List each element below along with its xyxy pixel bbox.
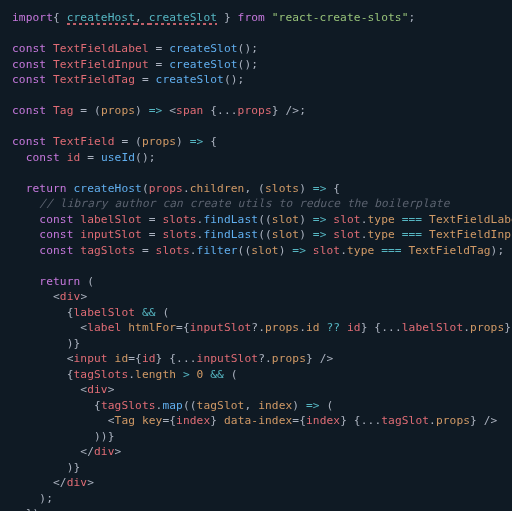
code-line: <input id={id} {...inputSlot?.props} /> (12, 352, 333, 365)
code-line: const inputSlot = slots.findLast((slot) … (12, 228, 512, 241)
code-line: const id = useId(); (12, 151, 156, 164)
code-line: const tagSlots = slots.filter((slot) => … (12, 244, 504, 257)
code-line: const TextFieldLabel = createSlot(); (12, 42, 258, 55)
code-line: }); (12, 507, 46, 511)
code-line: const TextField = (props) => { (12, 135, 217, 148)
code-line: const labelSlot = slots.findLast((slot) … (12, 213, 512, 226)
code-line: {tagSlots.map((tagSlot, index) => ( (12, 399, 333, 412)
code-line: {labelSlot && ( (12, 306, 169, 319)
code-line: return createHost(props.children, (slots… (12, 182, 340, 195)
import-underline: createHost (67, 11, 135, 24)
code-line: {tagSlots.length > 0 && ( (12, 368, 238, 381)
code-line: ))} (12, 430, 115, 443)
code-line: </div> (12, 445, 121, 458)
code-line: <Tag key={index} data-index={index} {...… (12, 414, 497, 427)
code-line: import{ createHost, createSlot } from "r… (12, 11, 415, 24)
code-line: </div> (12, 476, 94, 489)
code-line: )} (12, 461, 80, 474)
code-line: ); (12, 492, 53, 505)
code-line: const Tag = (props) => <span {...props} … (12, 104, 306, 117)
code-line: // library author can create utils to re… (12, 197, 449, 210)
code-editor[interactable]: import{ createHost, createSlot } from "r… (0, 0, 512, 511)
code-line: return ( (12, 275, 94, 288)
code-line: )} (12, 337, 80, 350)
code-line: const TextFieldTag = createSlot(); (12, 73, 244, 86)
code-line: <div> (12, 290, 87, 303)
code-line: const TextFieldInput = createSlot(); (12, 58, 258, 71)
code-line: <div> (12, 383, 115, 396)
code-line: <label htmlFor={inputSlot?.props.id ?? i… (12, 321, 512, 334)
